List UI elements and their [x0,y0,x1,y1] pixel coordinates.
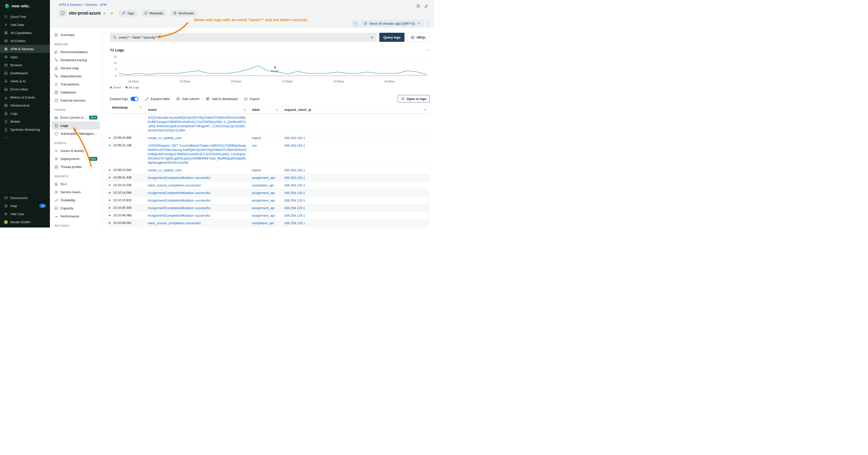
log-row[interactable]: 10:10:13.235 mark_course_completion succ… [106,182,430,189]
log-ip-link[interactable]: 169.254.129.1 [284,143,305,148]
workloads-button[interactable]: Workloads [170,10,196,17]
log-event-link[interactable]: AssignmentCompletionMutation successful [148,176,210,180]
subnav-item-issues-activity[interactable]: Issues & activity [52,147,100,155]
log-row[interactable]: 10:10:35.305 AssignmentCompletionMutatio… [106,204,430,212]
log-label-link[interactable]: sso [252,143,257,148]
sidebar-item-discussions[interactable]: Discussions [0,194,50,202]
expand-table-button[interactable]: Expand table [145,97,170,101]
log-row[interactable]: 10:10:44.066 AssignmentCompletionMutatio… [106,212,430,220]
export-button[interactable]: Export [244,97,259,101]
log-event-link[interactable]: AssignmentCompletionMutation successful [148,206,210,210]
sidebar-item-iterativ-gmbh[interactable]: Iterativ GmbH [0,218,50,226]
log-row[interactable]: 10:10:14.094 AssignmentCompletionMutatio… [106,189,430,197]
sidebar-item-metrics-events[interactable]: Metrics & Events [0,93,50,101]
logs-query-input[interactable] [119,35,368,39]
breadcrumb-link-apm-services[interactable]: APM & Services [59,3,82,6]
sidebar-item-synthetic-monitoring[interactable]: Synthetic Monitoring [0,126,50,133]
log-label-link[interactable]: import [252,136,261,140]
remove-column-icon[interactable] [424,108,427,111]
log-row[interactable]: 10:09:31.439 AssignmentCompletionMutatio… [106,174,430,182]
log-ip-link[interactable]: 169.254.129.1 [284,168,305,172]
clear-query-icon[interactable] [370,35,374,39]
subnav-item-external-services[interactable]: External services [52,96,100,104]
log-row[interactable]: 10:11:00.311 AssignmentCompletionMutatio… [106,227,430,228]
add-column-button[interactable]: Add column [176,97,199,101]
subnav-item-recommendations[interactable]: Recommendations [52,48,100,56]
log-ip-link[interactable]: 169.254.129.1 [284,214,305,218]
column-header-timestamp[interactable]: timestamp [106,106,145,113]
sidebar-item-add-user[interactable]: Add User [0,210,50,218]
sidebar-item-mobile[interactable]: Mobile [0,118,50,126]
log-row[interactable]: 10:10:23.815 AssignmentCompletionMutatio… [106,197,430,204]
open-in-logs-button[interactable]: Open in logs [398,95,430,102]
time-forward-button[interactable] [425,20,431,27]
breadcrumb-link-services-apm[interactable]: Services - APM [85,3,106,6]
remove-column-icon[interactable] [139,106,142,109]
sidebar-item-apm-services[interactable]: APM & Services [0,45,50,53]
subnav-item-capacity[interactable]: Capacity [52,204,100,212]
log-label-link[interactable]: assignment_api [252,198,275,202]
log-event-link[interactable]: <ASGIRequest: GET '/sso/callback/?state=… [148,143,247,164]
sidebar-item-infrastructure[interactable]: Infrastructure [0,101,50,109]
help-icon[interactable] [416,4,421,8]
subnav-item-deployments[interactable]: DeploymentsNew [52,155,100,163]
time-picker-button[interactable]: Since 30 minutes ago (GMT+2) [361,20,424,27]
subnav-item-thread-profiler[interactable]: Thread profiler [52,163,100,171]
log-event-link[interactable]: AssignmentCompletionMutation successful [148,191,210,195]
legend-errors[interactable]: Errors [110,86,121,89]
log-label-link[interactable]: assignment_api [252,214,275,218]
column-header-request-client-ip[interactable]: request_client_ip [281,106,430,113]
subnav-item-performance[interactable]: Performance [52,212,100,220]
expand-logs-toggle[interactable] [130,97,138,101]
remove-column-icon[interactable] [276,108,279,111]
log-ip-link[interactable]: 169.254.129.1 [284,198,305,202]
subnav-item-distributed-tracing[interactable]: Distributed tracing [52,56,100,64]
sidebar-item-browser[interactable]: Browser [0,61,50,69]
nrql-button[interactable]: NRQL [407,33,430,42]
row-marker-icon[interactable] [108,192,111,194]
log-ip-link[interactable]: 169.254.129.1 [284,136,305,140]
subnav-item-transactions[interactable]: Transactions [52,80,100,88]
logs-timeseries-chart[interactable]: 05101510:15am10:20am10:25am10:30am10:35a… [110,54,430,84]
log-row[interactable]: 10:10:49.051 mark_course_completion succ… [106,220,430,227]
log-event-link[interactable]: create_or_update_user [148,136,182,140]
log-event-link[interactable]: AssignmentCompletionMutation successful [148,198,210,202]
log-event-link[interactable]: mark_course_completion successful [148,221,200,225]
log-row[interactable]: 10:09:20.895 create_or_update_user impor… [106,134,430,142]
subnav-item-logs[interactable]: Logs [52,122,100,130]
chart-options-icon[interactable] [426,48,430,52]
subnav-item-service-map[interactable]: Service map [52,64,100,72]
log-label-link[interactable]: assignment_api [252,176,275,180]
subnav-item-summary[interactable]: Summary [52,31,100,39]
log-label-link[interactable]: assignment_api [252,191,275,195]
log-label-link[interactable]: assignment_api [252,206,275,210]
subnav-item-sla[interactable]: SLA [52,180,100,188]
entity-dropdown-icon[interactable] [103,11,106,15]
row-marker-icon[interactable] [108,144,111,147]
sidebar-item-add-data[interactable]: Add Data [0,21,50,29]
log-ip-link[interactable]: 169.254.129.1 [284,206,305,210]
subnav-item-service-levels[interactable]: Service levels [52,188,100,196]
sidebar-item-logs[interactable]: Logs [0,109,50,118]
row-marker-icon[interactable] [108,176,111,179]
row-marker-icon[interactable] [108,169,111,171]
sidebar-item-quick-find[interactable]: Quick Find [0,12,50,21]
remove-column-icon[interactable] [243,108,246,111]
log-row[interactable]: JUQVU&code=eyJraWQiOiJjcGltY29yZV8wOTl1M… [106,114,430,134]
favorite-star-icon[interactable] [110,11,114,15]
row-marker-icon[interactable] [108,136,111,139]
column-header-event[interactable]: event [145,106,249,113]
metadata-button[interactable]: Metadata [142,10,166,17]
row-marker-icon[interactable] [108,214,111,217]
log-label-link[interactable]: completion_api [252,221,274,225]
sidebar-item-dashboards[interactable]: Dashboards [0,69,50,77]
subnav-item-vulnerability-management[interactable]: Vulnerability Management [52,130,100,137]
sidebar-item-all-capabilities[interactable]: All Capabilities [0,29,50,37]
sidebar-item-help[interactable]: Help70 [0,202,50,210]
log-event-link[interactable]: mark_course_completion successful [148,184,200,187]
add-to-dashboard-button[interactable]: Add to dashboard [206,97,238,101]
log-ip-link[interactable]: 169.254.129.1 [284,184,305,187]
copy-link-icon[interactable] [424,4,429,8]
subnav-item-errors-errors-inb[interactable]: Errors (errors inb...New [52,113,100,122]
log-row[interactable]: 10:09:22.540 create_or_update_user impor… [106,166,430,174]
